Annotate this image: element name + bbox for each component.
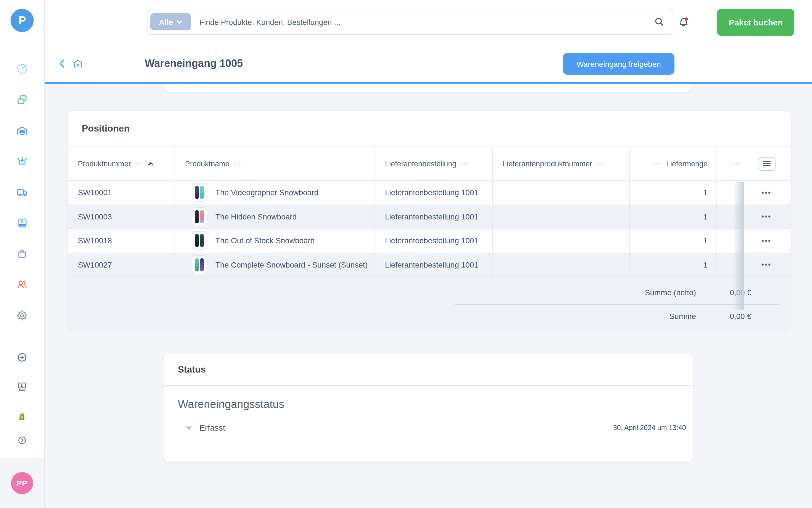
cell-lieferantenbestellung: Lieferantenbestellung 1001 <box>375 253 492 277</box>
row-actions-menu[interactable]: ••• <box>761 188 771 197</box>
cell-lieferantenproduktnummer <box>492 205 629 228</box>
table-header-row: Produktnummer ••• Produktname ••• Liefer… <box>68 146 790 181</box>
content-area: Positionen Produktnummer ••• Produktname… <box>44 84 812 508</box>
search-scope-label: Alle <box>159 17 173 26</box>
page-header: Wareneingang 1005 Wareneingang freigeben <box>44 45 812 84</box>
cell-lieferantenbestellung: Lieferantenbestellung 1001 <box>375 205 492 228</box>
sidebar-item-expand[interactable] <box>17 435 27 445</box>
sidebar-item-warehouse[interactable] <box>16 124 29 137</box>
column-header-actions <box>743 147 790 180</box>
column-menu-dots-icon[interactable]: ••• <box>135 161 143 166</box>
search-icon[interactable] <box>654 16 665 28</box>
truck-icon <box>15 186 29 199</box>
dashboard-speedometer-icon <box>16 62 29 75</box>
cell-lieferantenbestellung: Lieferantenbestellung 1001 <box>375 181 492 204</box>
chevron-down-icon <box>177 19 183 24</box>
column-header-liefermenge[interactable]: ••• Liefermenge <box>629 147 716 180</box>
sidebar-item-cash-register[interactable]: € <box>16 381 28 392</box>
column-header-clipped[interactable]: ••• <box>716 147 743 180</box>
row-actions-menu[interactable]: ••• <box>761 261 771 269</box>
product-name: The Complete Snowboard - Sunset (Sunset) <box>216 260 368 269</box>
column-menu-dots-icon[interactable]: ••• <box>733 161 741 166</box>
positionen-table: Produktnummer ••• Produktname ••• Liefer… <box>68 146 790 333</box>
cell-produktnummer: SW10003 <box>68 205 175 228</box>
cash-register-euro-icon: € <box>16 381 28 392</box>
column-menu-dots-icon[interactable]: ••• <box>234 161 242 166</box>
column-header-lieferantenproduktnummer[interactable]: Lieferantenproduktnummer ••• <box>492 147 629 180</box>
snowboard-image-left <box>195 234 199 247</box>
cell-produktname: The Complete Snowboard - Sunset (Sunset) <box>175 253 375 277</box>
column-header-lieferantenbestellung[interactable]: Lieferantenbestellung ••• <box>375 147 492 180</box>
column-header-produktname[interactable]: Produktname ••• <box>175 147 375 180</box>
topbar: Alle Paket buchen <box>44 0 812 45</box>
sidebar: P <box>0 0 44 508</box>
summary-netto-label: Summe (netto) <box>645 288 696 297</box>
snowboard-image-left <box>195 210 199 223</box>
cell-produktnummer: SW10018 <box>68 229 175 252</box>
snowboard-image-right <box>200 186 204 199</box>
column-header-produktnummer[interactable]: Produktnummer ••• <box>68 147 175 180</box>
goods-receipt-home-icon[interactable] <box>73 58 83 69</box>
cell-actions: ••• <box>743 181 790 204</box>
notifications-bell-icon[interactable] <box>677 16 690 29</box>
back-chevron-icon[interactable] <box>57 58 68 69</box>
sidebar-item-sales[interactable]: € <box>16 217 29 229</box>
user-avatar[interactable]: PP <box>11 472 33 494</box>
summary-divider <box>455 304 779 305</box>
row-actions-menu[interactable]: ••• <box>761 237 771 245</box>
product-name: The Hidden Snowboard <box>216 212 297 221</box>
chevron-right-circle-icon <box>17 435 27 445</box>
cell-liefermenge: 1 <box>629 229 716 252</box>
column-label: Produktname <box>185 160 230 168</box>
avatar-initials[interactable]: PP <box>11 472 33 494</box>
global-search[interactable]: Alle <box>147 9 673 35</box>
sales-register-euro-icon: € <box>16 217 29 229</box>
sidebar-item-purchases[interactable] <box>16 248 29 260</box>
column-menu-dots-icon[interactable]: ••• <box>461 161 469 166</box>
column-menu-dots-icon[interactable]: ••• <box>654 161 662 166</box>
table-row[interactable]: SW10003 The Hidden Snowboard Lieferanten… <box>68 205 790 229</box>
sidebar-item-dashboard[interactable] <box>16 62 29 75</box>
summary-total-value: 0,00 € <box>696 312 751 321</box>
search-scope-dropdown[interactable]: Alle <box>150 13 191 30</box>
svg-text:S: S <box>20 415 23 419</box>
gear-icon <box>16 309 29 322</box>
cell-produktname: The Out of Stock Snowboard <box>175 229 375 252</box>
chevron-down-icon[interactable] <box>186 425 192 430</box>
sidebar-item-goods-receipt[interactable] <box>16 155 29 168</box>
sidebar-item-shopify[interactable]: S <box>16 411 28 422</box>
notification-badge <box>685 17 688 21</box>
sidebar-item-shipping[interactable] <box>15 186 29 199</box>
product-thumbnail <box>192 207 207 226</box>
snowboard-image-left <box>195 186 199 199</box>
wareneingang-freigeben-button[interactable]: Wareneingang freigeben <box>563 53 674 75</box>
column-label: Liefermenge <box>666 160 708 168</box>
paket-buchen-button[interactable]: Paket buchen <box>717 9 794 36</box>
column-menu-dots-icon[interactable]: ••• <box>596 161 605 166</box>
horizontal-scroll-shadow[interactable] <box>733 182 744 309</box>
column-label: Produktnummer <box>78 160 131 168</box>
shopping-bag-icon <box>16 248 29 260</box>
sidebar-item-customers[interactable] <box>15 278 29 291</box>
table-row[interactable]: SW10001 The Videographer Snowboard Liefe… <box>68 181 790 205</box>
sidebar-item-products[interactable] <box>16 93 29 106</box>
table-row[interactable]: SW10018 The Out of Stock Snowboard Liefe… <box>68 229 790 253</box>
cell-lieferantenproduktnummer <box>492 229 629 252</box>
cell-produktname: The Hidden Snowboard <box>175 205 375 228</box>
people-icon <box>15 278 29 291</box>
app-window: P <box>0 0 812 508</box>
app-logo[interactable]: P <box>10 9 34 32</box>
cell-produktname: The Videographer Snowboard <box>175 181 375 204</box>
row-actions-menu[interactable]: ••• <box>761 213 771 221</box>
sidebar-item-settings[interactable] <box>16 309 29 322</box>
table-settings-button[interactable] <box>758 157 775 171</box>
cell-lieferantenproduktnummer <box>492 181 629 204</box>
sidebar-item-add[interactable] <box>17 352 27 363</box>
warehouse-icon <box>16 124 29 137</box>
table-row[interactable]: SW10027 The Complete Snowboard - Sunset … <box>68 253 790 277</box>
search-input[interactable] <box>191 17 654 26</box>
logo-badge[interactable]: P <box>10 9 34 32</box>
summary-total-row: Summe 0,00 € <box>68 307 779 325</box>
product-name: The Out of Stock Snowboard <box>216 236 315 245</box>
snowboard-image-right <box>200 234 204 247</box>
